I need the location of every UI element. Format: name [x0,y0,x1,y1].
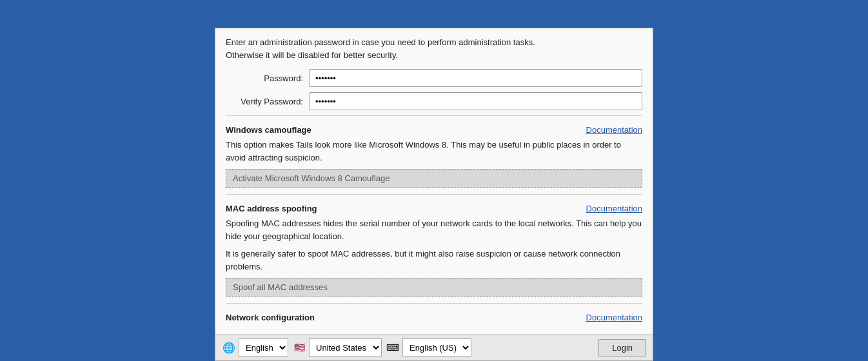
verify-password-label: Verify Password: [226,97,310,106]
divider3 [226,303,642,304]
mac-spoofing-desc1: Spoofing MAC addresses hides the serial … [226,217,642,242]
network-config-header: Network configuration Documentation [226,313,642,322]
country-select[interactable]: United States [309,338,382,356]
password-label: Password: [226,73,310,83]
main-panel: Enter an administration password in case… [215,28,653,334]
language-select-group: 🌐 English [222,338,288,356]
network-config-title: Network configuration [226,313,315,322]
activate-camouflage-button[interactable]: Activate Microsoft Windows 8 Camouflage [226,169,642,188]
windows-camouflage-header: Windows camouflage Documentation [226,125,642,135]
intro-line1: Enter an administration password in case… [226,37,535,47]
login-button[interactable]: Login [598,339,646,356]
verify-password-row: Verify Password: [226,92,642,110]
mac-spoofing-header: MAC address spoofing Documentation [226,204,642,213]
keyboard-select[interactable]: English (US) [402,338,471,356]
keyboard-select-group: ⌨ English (US) [386,338,471,356]
country-select-group: 🇺🇸 United States [292,338,382,356]
intro-text: Enter an administration password in case… [226,36,642,61]
divider1 [226,115,642,116]
divider2 [226,194,642,195]
flag-icon: 🇺🇸 [292,342,306,353]
password-input[interactable] [310,69,642,87]
bottom-bar: 🌐 English 🇺🇸 United States ⌨ English (US… [215,334,653,361]
mac-spoofing-doc-link[interactable]: Documentation [586,204,642,213]
windows-camouflage-desc: This option makes Tails look more like M… [226,139,642,164]
spoof-mac-button[interactable]: Spoof all MAC addresses [226,278,642,297]
keyboard-icon: ⌨ [386,342,400,353]
globe-icon: 🌐 [222,340,236,355]
network-config-doc-link[interactable]: Documentation [586,313,642,322]
mac-spoofing-desc2: It is generally safer to spoof MAC addre… [226,248,642,273]
verify-password-input[interactable] [310,92,642,110]
bottom-left: 🌐 English 🇺🇸 United States ⌨ English (US… [222,338,471,356]
windows-camouflage-doc-link[interactable]: Documentation [586,125,642,135]
content-area: Enter an administration password in case… [215,28,653,334]
language-select[interactable]: English [239,338,288,356]
windows-camouflage-title: Windows camouflage [226,125,311,135]
mac-spoofing-title: MAC address spoofing [226,204,317,213]
intro-line2: Otherwise it will be disabled for better… [226,50,398,60]
password-row: Password: [226,69,642,87]
